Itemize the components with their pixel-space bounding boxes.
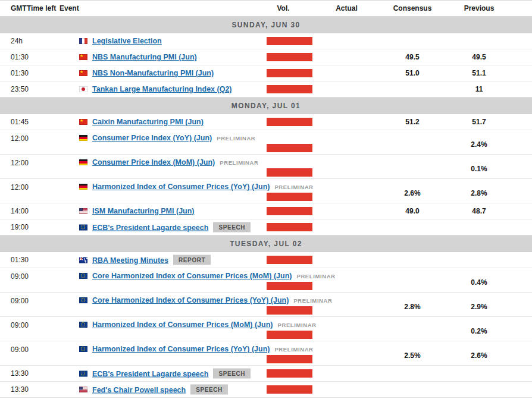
volatility-bar bbox=[267, 207, 312, 215]
volatility-bar bbox=[267, 306, 312, 315]
event-row: 14:00 ISM Manufacturing PMI (Jun) 49.0 4… bbox=[0, 203, 532, 219]
event-link[interactable]: Harmonized Index of Consumer Prices (YoY… bbox=[92, 345, 270, 353]
event-link[interactable]: ECB's President Lagarde speech bbox=[92, 223, 208, 231]
event-link[interactable]: Legislative Election bbox=[92, 37, 162, 45]
volatility-bar bbox=[267, 282, 312, 290]
event-cell: RBA Meeting Minutes REPORT bbox=[77, 252, 267, 268]
event-line: Core Harmonized Index of Consumer Prices… bbox=[79, 296, 333, 304]
table-header: GMT Time left Event Vol. Actual Consensu… bbox=[0, 0, 532, 17]
volatility-cell bbox=[267, 33, 314, 49]
event-line: Harmonized Index of Consumer Prices (YoY… bbox=[79, 345, 314, 353]
event-line: ISM Manufacturing PMI (Jun) bbox=[79, 207, 195, 215]
volatility-bar bbox=[267, 193, 312, 201]
event-time: 19:00 bbox=[0, 219, 77, 235]
volatility-bar bbox=[267, 144, 312, 152]
previous-value bbox=[446, 252, 512, 268]
consensus-value bbox=[379, 366, 446, 381]
event-line: NBS Manufacturing PMI (Jun) bbox=[79, 53, 197, 61]
actual-value bbox=[314, 252, 379, 268]
actual-value bbox=[314, 366, 379, 381]
preliminary-label: PRELIMINAR bbox=[274, 346, 313, 353]
volatility-cell bbox=[267, 114, 314, 130]
consensus-value bbox=[379, 81, 446, 97]
event-link[interactable]: NBS Non-Manufacturing PMI (Jun) bbox=[92, 69, 214, 77]
event-row: 01:30 NBS Non-Manufacturing PMI (Jun) 51… bbox=[0, 65, 532, 81]
consensus-value: 2.6% bbox=[379, 179, 446, 203]
consensus-value bbox=[379, 219, 446, 235]
volatility-cell bbox=[267, 366, 314, 381]
actual-value bbox=[314, 179, 379, 203]
event-line: ECB's President Lagarde speech SPEECH bbox=[79, 222, 251, 233]
actual-value bbox=[314, 382, 379, 397]
event-line: Caixin Manufacturing PMI (Jun) bbox=[79, 118, 204, 126]
actual-value bbox=[314, 219, 379, 235]
previous-value: 49.5 bbox=[446, 49, 512, 65]
previous-value: 2.9% bbox=[446, 293, 512, 316]
event-link[interactable]: Caixin Manufacturing PMI (Jun) bbox=[92, 118, 204, 126]
event-time: 01:30 bbox=[0, 252, 77, 268]
event-link[interactable]: Core Harmonized Index of Consumer Prices… bbox=[92, 272, 292, 280]
flag-icon-eu bbox=[79, 273, 87, 279]
actual-value bbox=[314, 65, 379, 81]
actual-value bbox=[314, 114, 379, 130]
event-link[interactable]: ISM Manufacturing PMI (Jun) bbox=[92, 207, 195, 215]
event-cell: Core Harmonized Index of Consumer Prices… bbox=[77, 268, 267, 292]
event-link[interactable]: Consumer Price Index (YoY) (Jun) bbox=[92, 134, 212, 142]
volatility-cell bbox=[267, 130, 314, 154]
flag-icon-eu bbox=[79, 322, 87, 328]
volatility-cell bbox=[267, 49, 314, 65]
event-link[interactable]: ECB's President Lagarde speech bbox=[92, 369, 208, 378]
event-time: 13:30 bbox=[0, 366, 77, 381]
flag-icon-au bbox=[79, 257, 87, 263]
previous-value: 2.6% bbox=[446, 341, 512, 365]
event-cell: Harmonized Index of Consumer Prices (YoY… bbox=[77, 341, 267, 365]
event-link[interactable]: Harmonized Index of Consumer Prices (MoM… bbox=[92, 321, 273, 329]
event-row: 12:00 Harmonized Index of Consumer Price… bbox=[0, 179, 532, 203]
event-link[interactable]: Harmonized Index of Consumer Prices (YoY… bbox=[92, 183, 270, 191]
consensus-value bbox=[379, 33, 446, 49]
volatility-bar bbox=[267, 118, 312, 126]
event-time: 09:00 bbox=[0, 317, 77, 341]
event-link[interactable]: NBS Manufacturing PMI (Jun) bbox=[92, 53, 197, 61]
event-link[interactable]: Tankan Large Manufacturing Index (Q2) bbox=[92, 85, 232, 93]
event-link[interactable]: Core Harmonized Index of Consumer Prices… bbox=[92, 296, 289, 304]
event-cell: NBS Non-Manufacturing PMI (Jun) bbox=[77, 65, 267, 81]
event-link[interactable]: RBA Meeting Minutes bbox=[92, 256, 168, 264]
actual-value bbox=[314, 33, 379, 49]
day-separator: MONDAY, JUL 01 bbox=[0, 98, 532, 114]
column-header-gmt: GMT bbox=[11, 4, 27, 12]
previous-value bbox=[446, 382, 512, 397]
consensus-value bbox=[379, 317, 446, 341]
preliminary-label: PRELIMINAR bbox=[278, 322, 317, 328]
volatility-bar bbox=[267, 37, 312, 45]
event-row: 23:50 Tankan Large Manufacturing Index (… bbox=[0, 81, 532, 98]
volatility-cell bbox=[267, 155, 314, 178]
event-cell: Consumer Price Index (MoM) (Jun) PRELIMI… bbox=[77, 155, 267, 178]
event-cell: Tankan Large Manufacturing Index (Q2) bbox=[77, 81, 267, 97]
event-link[interactable]: Consumer Price Index (MoM) (Jun) bbox=[92, 158, 215, 166]
event-type-badge: SPEECH bbox=[190, 385, 228, 395]
event-time: 01:30 bbox=[0, 65, 77, 81]
day-separator: SUNDAY, JUN 30 bbox=[0, 17, 532, 33]
event-line: Legislative Election bbox=[79, 37, 162, 45]
event-cell: Harmonized Index of Consumer Prices (YoY… bbox=[77, 179, 267, 203]
flag-icon-de bbox=[79, 135, 87, 141]
flag-icon-cn bbox=[79, 54, 87, 60]
event-type-badge: REPORT bbox=[173, 255, 211, 265]
event-link[interactable]: Fed's Chair Powell speech bbox=[92, 385, 186, 394]
event-time: 12:00 bbox=[0, 130, 77, 154]
event-row: 12:00 Consumer Price Index (MoM) (Jun) P… bbox=[0, 155, 532, 179]
previous-value: 11 bbox=[446, 81, 512, 97]
consensus-value: 51.0 bbox=[379, 65, 446, 81]
volatility-bar bbox=[267, 168, 312, 177]
consensus-value: 51.2 bbox=[379, 114, 446, 130]
volatility-cell bbox=[267, 382, 314, 397]
volatility-bar bbox=[267, 69, 312, 77]
event-time: 01:30 bbox=[0, 49, 77, 65]
event-line: Tankan Large Manufacturing Index (Q2) bbox=[79, 85, 232, 93]
event-time: 14:00 bbox=[0, 203, 77, 219]
event-time: 01:45 bbox=[0, 114, 77, 130]
event-row: 09:00 Core Harmonized Index of Consumer … bbox=[0, 293, 532, 317]
actual-value bbox=[314, 317, 379, 341]
event-time: 09:00 bbox=[0, 293, 77, 316]
